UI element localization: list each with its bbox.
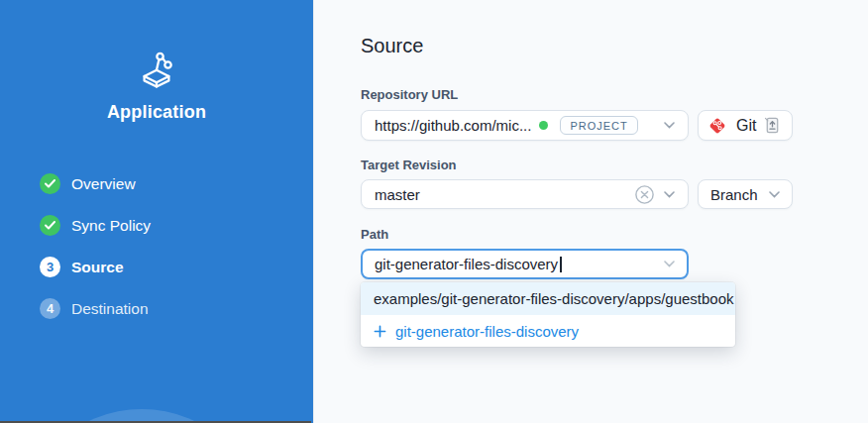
revision-type-value: Branch — [710, 186, 758, 203]
git-icon — [708, 117, 726, 135]
repository-url-value: https://github.com/mic... — [375, 117, 531, 134]
path-value: git-generator-files-discovery — [375, 256, 558, 272]
step-number-badge: 3 — [40, 257, 60, 277]
path-suggestions-dropdown: examples/git-generator-files-discovery/a… — [361, 282, 735, 347]
suggestion-label: git-generator-files-discovery — [395, 323, 579, 340]
repository-url-select[interactable]: https://github.com/mic... PROJECT — [361, 110, 689, 141]
path-create-option[interactable]: git-generator-files-discovery — [361, 315, 735, 347]
repository-type-button[interactable]: Git — [698, 110, 793, 141]
plus-icon — [374, 325, 386, 338]
step-label: Overview — [71, 175, 136, 193]
revision-type-select[interactable]: Branch — [698, 179, 793, 209]
target-revision-input[interactable]: master — [361, 179, 689, 209]
autofill-icon[interactable] — [763, 115, 782, 136]
chevron-down-icon — [769, 191, 780, 198]
step-source[interactable]: 3 Source — [40, 257, 151, 277]
step-label: Source — [71, 259, 124, 276]
clear-icon[interactable] — [635, 185, 654, 204]
chevron-down-icon — [664, 122, 675, 129]
path-input[interactable]: git-generator-files-discovery — [361, 249, 689, 279]
wizard-title: Application — [0, 102, 313, 123]
step-sync-policy[interactable]: Sync Policy — [40, 215, 151, 236]
repo-connected-dot-icon — [539, 121, 548, 130]
source-step-panel: Source Repository URL https://github.com… — [313, 0, 868, 423]
check-icon — [40, 215, 60, 236]
path-label: Path — [361, 227, 388, 242]
target-revision-value: master — [375, 186, 420, 203]
page-title: Source — [361, 35, 423, 57]
step-overview[interactable]: Overview — [40, 173, 151, 194]
check-icon — [40, 173, 60, 194]
wizard-sidebar: Application Overview Sync Policy 3 Sourc… — [0, 0, 313, 423]
wizard-steps: Overview Sync Policy 3 Source 4 Destinat… — [40, 173, 151, 319]
text-caret — [560, 257, 562, 272]
step-label: Sync Policy — [71, 217, 151, 235]
step-label: Destination — [71, 300, 149, 318]
repository-url-label: Repository URL — [361, 87, 458, 102]
target-revision-label: Target Revision — [361, 158, 457, 172]
application-logo-icon — [0, 46, 313, 91]
step-destination[interactable]: 4 Destination — [40, 298, 151, 319]
repository-type-label: Git — [736, 117, 756, 135]
project-scope-badge: PROJECT — [560, 116, 637, 135]
chevron-down-icon — [664, 191, 675, 198]
path-suggestion-option[interactable]: examples/git-generator-files-discovery/a… — [361, 282, 735, 315]
chevron-down-icon — [664, 261, 675, 267]
suggestion-label: examples/git-generator-files-discovery/a… — [374, 290, 734, 307]
application-wizard: Application Overview Sync Policy 3 Sourc… — [0, 0, 868, 423]
step-number-badge: 4 — [40, 298, 60, 319]
